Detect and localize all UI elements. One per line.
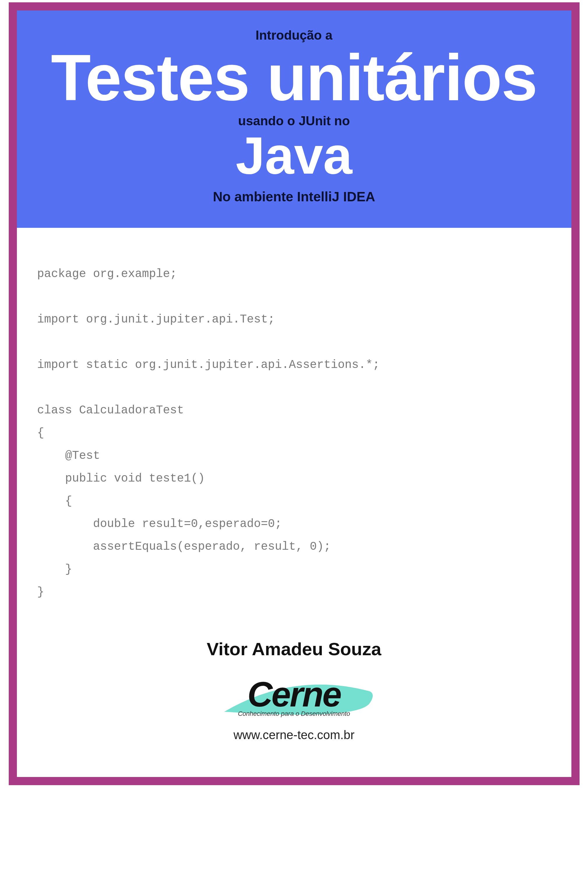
footer: Vitor Amadeu Souza Cerne Conhecimento pa… <box>17 615 572 777</box>
logo: Cerne Conhecimento para o Desenvolviment… <box>207 674 381 723</box>
logo-tagline: Conhecimento para o Desenvolvimento <box>207 710 381 718</box>
header-band: Introdução a Testes unitários usando o J… <box>17 11 572 228</box>
publisher-url: www.cerne-tec.com.br <box>17 728 572 742</box>
supertitle-1: Introdução a <box>28 28 560 42</box>
code-sample: package org.example; import org.junit.ju… <box>17 228 572 615</box>
title-2: Java <box>28 129 560 182</box>
logo-name: Cerne <box>207 674 381 712</box>
book-cover: Introdução a Testes unitários usando o J… <box>9 2 579 785</box>
title-1: Testes unitários <box>28 45 560 110</box>
author-name: Vitor Amadeu Souza <box>17 638 572 659</box>
supertitle-3: No ambiente IntelliJ IDEA <box>28 189 560 204</box>
